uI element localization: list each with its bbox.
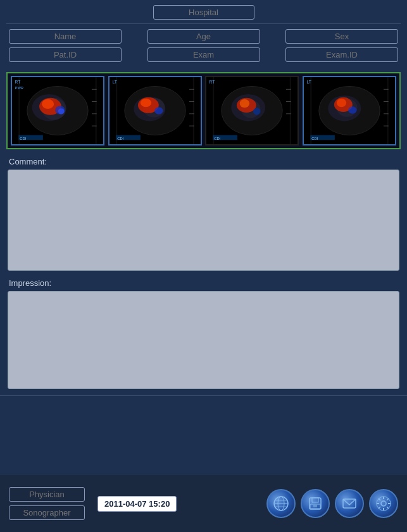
svg-rect-57 [387,77,389,144]
svg-point-39 [240,99,249,108]
svg-line-82 [387,507,389,509]
svg-point-54 [337,99,346,107]
patient-info [0,24,407,68]
settings-button[interactable] [369,489,398,518]
svg-rect-70 [310,498,321,509]
svg-line-83 [379,507,380,509]
svg-point-40 [253,108,261,115]
save-icon [308,496,323,511]
svg-point-7 [58,108,65,114]
svg-text:CDI: CDI [215,137,221,140]
bottom-divider [0,395,407,396]
svg-text:CDI: CDI [117,137,123,140]
globe-button[interactable] [266,489,296,518]
physician-field[interactable] [9,487,85,502]
action-buttons [266,489,398,518]
impression-textarea[interactable] [11,294,396,386]
main-container: RT PWR CDI L [0,0,407,532]
bottom-left [9,487,85,520]
svg-text:RT: RT [210,80,215,84]
svg-rect-25 [116,77,117,144]
svg-point-24 [154,107,163,114]
svg-point-75 [381,501,386,506]
comment-label: Comment: [0,153,407,168]
image-thumb-4[interactable]: LT CDI [303,76,396,145]
svg-rect-41 [213,77,215,144]
settings-icon [375,495,392,512]
age-field[interactable] [147,29,260,44]
svg-line-84 [387,498,389,500]
patient-info-row2 [9,47,398,62]
svg-text:PWR: PWR [15,86,23,90]
svg-text:LT: LT [307,80,311,84]
datetime-display: 2011-04-07 15:20 [97,496,177,512]
examid-field[interactable] [285,47,398,62]
image-thumb-2[interactable]: LT CDI [108,76,202,145]
mail-button[interactable] [335,489,364,518]
svg-rect-73 [313,505,317,507]
comment-textarea[interactable] [11,173,396,268]
globe-icon [273,495,289,512]
svg-rect-9 [96,77,97,144]
patient-info-row1 [9,29,398,44]
header-section [0,0,407,23]
svg-point-23 [140,99,151,107]
patid-field[interactable] [9,47,122,62]
svg-rect-42 [290,77,291,144]
impression-label: Impression: [0,275,407,290]
hospital-input[interactable] [153,5,254,20]
svg-rect-71 [312,498,318,502]
svg-text:LT: LT [112,80,116,84]
exam-field[interactable] [147,47,260,62]
svg-text:CDI: CDI [311,137,318,140]
image-thumb-1[interactable]: RT PWR CDI [11,76,104,145]
svg-line-81 [379,498,380,500]
image-thumb-3[interactable]: RT CDI [205,76,299,145]
save-button[interactable] [301,489,330,518]
svg-point-5 [42,99,54,109]
comment-box[interactable] [8,170,399,271]
svg-point-55 [348,106,356,114]
impression-box[interactable] [8,291,399,389]
sex-field[interactable] [285,29,398,44]
name-field[interactable] [9,29,122,44]
svg-rect-56 [310,77,311,144]
svg-text:CDI: CDI [20,137,26,140]
bottom-bar: 2011-04-07 15:20 [0,475,407,532]
svg-rect-26 [192,77,194,144]
mail-icon [342,496,357,511]
sonographer-field[interactable] [9,505,85,520]
image-gallery: RT PWR CDI L [6,72,401,149]
svg-text:RT: RT [15,80,20,84]
